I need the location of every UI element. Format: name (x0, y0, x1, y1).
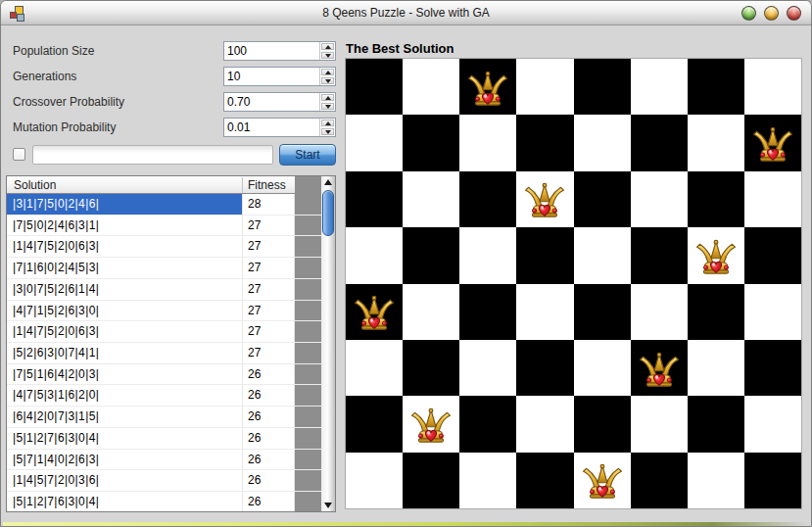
titlebar[interactable]: 8 Qeens Puzzle - Solve with GA (1, 1, 811, 25)
solution-cell[interactable]: |3|0|7|5|2|6|1|4| (7, 279, 243, 300)
fitness-cell[interactable]: 27 (243, 236, 295, 257)
row-filler (295, 321, 321, 342)
fitness-cell[interactable]: 26 (243, 450, 295, 470)
board-cell (744, 396, 801, 452)
table-row[interactable]: |5|2|6|3|0|7|4|1|27 (7, 343, 321, 364)
solution-cell[interactable]: |7|5|1|6|4|2|0|3| (7, 364, 243, 385)
board-cell (346, 453, 403, 508)
solution-cell[interactable]: |7|1|6|0|2|4|5|3| (7, 258, 243, 278)
solution-column-header[interactable]: Solution (14, 177, 56, 194)
row-filler (295, 492, 321, 511)
row-filler (295, 216, 321, 236)
minimize-button-icon[interactable] (741, 6, 756, 21)
table-row[interactable]: |1|4|5|7|2|0|3|6|26 (7, 470, 321, 492)
solution-cell[interactable]: |5|1|2|7|6|3|0|4| (7, 492, 243, 511)
fitness-cell[interactable]: 26 (243, 428, 295, 449)
table-row[interactable]: |7|1|6|0|2|4|5|3|27 (7, 258, 321, 279)
board-cell (459, 171, 516, 227)
scrollbar-thumb[interactable] (322, 190, 334, 236)
board-cell (516, 396, 573, 452)
fitness-cell[interactable]: 26 (243, 470, 295, 491)
solution-cell[interactable]: |5|2|6|3|0|7|4|1| (7, 343, 243, 363)
table-row[interactable]: |3|0|7|5|2|6|1|4|27 (7, 279, 321, 301)
solution-cell[interactable]: |1|4|5|7|2|0|3|6| (7, 470, 243, 491)
fitness-cell[interactable]: 27 (243, 321, 295, 342)
table-row[interactable]: |7|5|0|2|4|6|3|1|27 (7, 216, 321, 237)
spin-down-button[interactable] (321, 128, 334, 135)
best-solution-title: The Best Solution (346, 41, 454, 56)
fitness-cell[interactable]: 26 (243, 364, 295, 385)
table-row[interactable]: |3|1|7|5|0|2|4|6|28 (7, 194, 321, 216)
table-row[interactable]: |5|7|1|4|0|2|6|3|26 (7, 450, 321, 471)
board-cell (688, 59, 744, 115)
fitness-cell[interactable]: 27 (243, 301, 295, 321)
spin-down-button[interactable] (321, 77, 334, 84)
solution-cell[interactable]: |3|1|7|5|0|2|4|6| (7, 194, 243, 215)
fitness-cell[interactable]: 27 (243, 343, 295, 363)
population-size-label: Population Size (13, 44, 94, 58)
fitness-cell[interactable]: 27 (243, 216, 295, 236)
board-cell (688, 340, 744, 396)
spin-up-button[interactable] (321, 69, 334, 75)
fitness-cell[interactable]: 28 (243, 194, 295, 215)
solution-cell[interactable]: |5|1|2|7|6|3|0|4| (7, 428, 243, 449)
crossover-probability-stepper (223, 92, 336, 112)
spin-up-button[interactable] (321, 120, 334, 126)
generations-input[interactable] (224, 68, 319, 85)
solution-cell[interactable]: |4|7|5|3|1|6|2|0| (7, 385, 243, 406)
maximize-button-icon[interactable] (764, 6, 779, 21)
population-size-input[interactable] (224, 42, 319, 60)
start-button[interactable]: Start (279, 144, 336, 166)
board-cell (688, 115, 744, 170)
solutions-list: Solution Fitness |3|1|7|5|0|2|4|6|28|7|5… (6, 175, 336, 512)
table-row[interactable]: |4|7|1|5|2|6|3|0|27 (7, 301, 321, 322)
crossover-probability-input[interactable] (224, 93, 319, 111)
list-header[interactable]: Solution Fitness (7, 176, 295, 194)
vertical-scrollbar[interactable] (321, 176, 335, 511)
board-cell (403, 171, 459, 227)
fitness-cell[interactable]: 27 (243, 258, 295, 278)
window-bottom-border (3, 522, 809, 526)
fitness-column-header[interactable]: Fitness (248, 177, 286, 194)
board-cell (688, 396, 744, 452)
board-cell (403, 340, 459, 396)
queen-icon (408, 407, 454, 446)
mutation-probability-stepper (223, 118, 336, 137)
solution-cell[interactable]: |6|4|2|0|7|3|1|5| (7, 407, 243, 427)
table-row[interactable]: |4|7|5|3|1|6|2|0|26 (7, 385, 321, 407)
solution-cell[interactable]: |7|5|0|2|4|6|3|1| (7, 216, 243, 236)
table-row[interactable]: |5|1|2|7|6|3|0|4|26 (7, 492, 321, 511)
solution-cell[interactable]: |1|4|7|5|2|0|6|3| (7, 321, 243, 342)
run-option-checkbox[interactable] (13, 148, 25, 161)
queen-icon (750, 125, 795, 165)
solution-cell[interactable]: |1|4|7|5|2|0|6|3| (7, 236, 243, 257)
table-row[interactable]: |1|4|7|5|2|0|6|3|27 (7, 321, 321, 343)
table-row[interactable]: |5|1|2|7|6|3|0|4|26 (7, 428, 321, 450)
solution-cell[interactable]: |5|7|1|4|0|2|6|3| (7, 450, 243, 470)
fitness-cell[interactable]: 26 (243, 492, 295, 511)
table-row[interactable]: |7|5|1|6|4|2|0|3|26 (7, 364, 321, 386)
spin-down-button[interactable] (321, 103, 334, 110)
close-button-icon[interactable] (787, 6, 801, 21)
spin-up-button[interactable] (321, 43, 334, 50)
fitness-cell[interactable]: 26 (243, 385, 295, 406)
board-cell (459, 396, 516, 452)
fitness-cell[interactable]: 27 (243, 279, 295, 300)
queen-icon (580, 462, 625, 502)
scroll-down-icon[interactable] (321, 500, 335, 511)
column-divider[interactable] (242, 177, 243, 193)
board-cell (631, 284, 688, 340)
spin-down-button[interactable] (321, 52, 334, 59)
scroll-up-icon[interactable] (321, 176, 335, 188)
generations-stepper (223, 67, 336, 86)
board-cell (631, 453, 688, 508)
fitness-cell[interactable]: 26 (243, 407, 295, 427)
table-row[interactable]: |6|4|2|0|7|3|1|5|26 (7, 407, 321, 428)
mutation-probability-input[interactable] (224, 119, 319, 136)
table-row[interactable]: |1|4|7|5|2|0|6|3|27 (7, 236, 321, 258)
board-cell (574, 284, 631, 340)
spin-up-button[interactable] (321, 94, 334, 101)
board-cell (516, 171, 573, 227)
board-cell (403, 115, 459, 170)
solution-cell[interactable]: |4|7|1|5|2|6|3|0| (7, 301, 243, 321)
